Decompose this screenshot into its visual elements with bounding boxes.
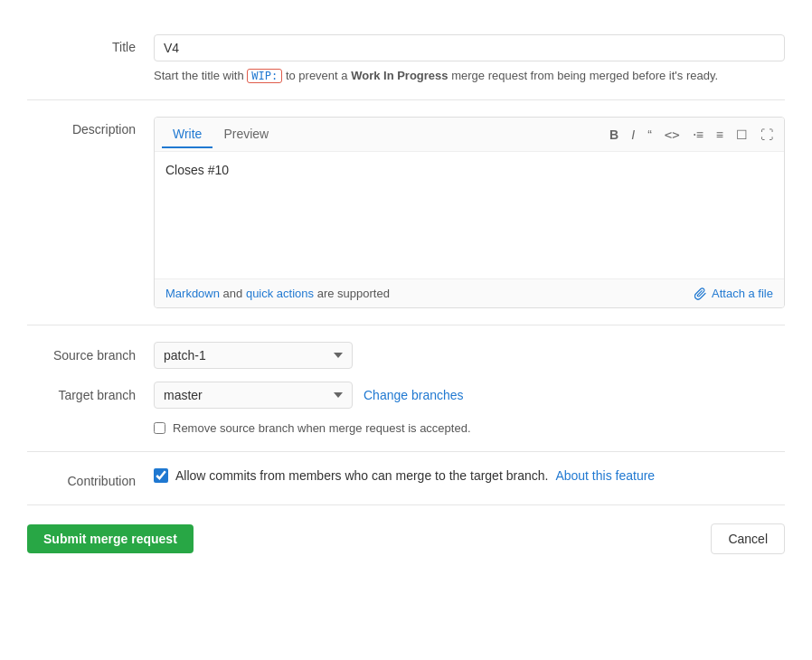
remove-source-label2: Remove source branch when merge request …	[173, 421, 471, 435]
contribution-content: Allow commits from members who can merge…	[154, 468, 785, 483]
title-hint-pre-bold: to prevent a	[286, 69, 351, 82]
cancel-button[interactable]: Cancel	[711, 523, 785, 554]
change-branches-link2[interactable]: Change branches	[364, 388, 464, 402]
editor-content: Closes #10	[165, 163, 229, 177]
description-content: Write Preview B I “ <> ⋅≡ ≡ ☐ ⛶ Closes #…	[154, 117, 785, 308]
contribution-checkbox-row: Allow commits from members who can merge…	[154, 468, 785, 483]
markdown-link[interactable]: Markdown	[165, 287, 220, 300]
source-branch-select2[interactable]: patch-1 main develop	[154, 342, 353, 369]
remove-source-row2: Remove source branch when merge request …	[154, 421, 785, 435]
target-branch-label: Target branch	[27, 388, 154, 402]
description-row: Description Write Preview B I “ <> ⋅≡ ≡ …	[27, 100, 785, 325]
title-row: Title Start the title with WIP: to preve…	[27, 18, 785, 100]
attach-file-button[interactable]: Attach a file	[694, 287, 773, 300]
description-label: Description	[27, 117, 154, 137]
italic-icon[interactable]: I	[628, 126, 638, 144]
remove-source-checkbox2[interactable]	[154, 422, 165, 434]
ul-icon[interactable]: ⋅≡	[689, 126, 707, 144]
title-hint-suffix: merge request from being merged before i…	[448, 69, 719, 82]
footer-supported: are supported	[317, 287, 390, 300]
code-icon[interactable]: <>	[661, 126, 684, 144]
editor-icons: B I “ <> ⋅≡ ≡ ☐ ⛶	[606, 126, 777, 144]
editor-tabs: Write Preview	[162, 121, 279, 147]
target-branch-select-wrap: master main develop	[154, 382, 353, 409]
attach-file-label: Attach a file	[712, 287, 773, 300]
contribution-text: Allow commits from members who can merge…	[175, 468, 548, 483]
source-branch-label: Source branch	[27, 348, 154, 363]
title-input[interactable]	[154, 34, 785, 61]
quick-actions-link[interactable]: quick actions	[246, 287, 314, 300]
tab-write[interactable]: Write	[162, 121, 212, 148]
contribution-checkbox[interactable]	[154, 468, 168, 483]
tab-preview[interactable]: Preview	[212, 121, 279, 148]
source-branch-select-wrap: patch-1 main develop	[154, 342, 353, 369]
editor-body[interactable]: Closes #10	[155, 152, 784, 278]
title-hint-bold: Work In Progress	[351, 69, 448, 82]
fullscreen-icon[interactable]: ⛶	[757, 126, 777, 144]
quote-icon[interactable]: “	[644, 126, 656, 144]
editor-container: Write Preview B I “ <> ⋅≡ ≡ ☐ ⛶ Closes #…	[154, 117, 785, 308]
target-branch-form-row: Target branch master main develop Change…	[27, 382, 785, 409]
editor-footer-links: Markdown and quick actions are supported	[165, 287, 390, 300]
bold-icon[interactable]: B	[606, 126, 622, 144]
editor-footer: Markdown and quick actions are supported…	[155, 278, 784, 307]
title-content: Start the title with WIP: to prevent a W…	[154, 34, 785, 83]
editor-toolbar: Write Preview B I “ <> ⋅≡ ≡ ☐ ⛶	[155, 118, 784, 152]
attach-icon	[694, 288, 707, 300]
title-hint: Start the title with WIP: to prevent a W…	[154, 69, 785, 83]
target-branch-select2[interactable]: master main develop	[154, 382, 353, 409]
title-label: Title	[27, 34, 154, 54]
contribution-row: Contribution Allow commits from members …	[27, 452, 785, 505]
checkbox-icon[interactable]: ☐	[732, 126, 751, 144]
about-feature-link[interactable]: About this feature	[555, 468, 655, 483]
ol-icon[interactable]: ≡	[713, 126, 727, 144]
wip-tag: WIP:	[247, 69, 282, 83]
footer-and: and	[223, 287, 246, 300]
branches-section: Source branch patch-1 main develop Targe…	[27, 325, 785, 452]
source-branch-form-row: Source branch patch-1 main develop	[27, 342, 785, 369]
actions-row: Submit merge request Cancel	[27, 505, 785, 563]
submit-merge-request-button[interactable]: Submit merge request	[27, 524, 194, 553]
title-hint-prefix: Start the title with	[154, 69, 244, 82]
contribution-label: Contribution	[27, 468, 154, 488]
